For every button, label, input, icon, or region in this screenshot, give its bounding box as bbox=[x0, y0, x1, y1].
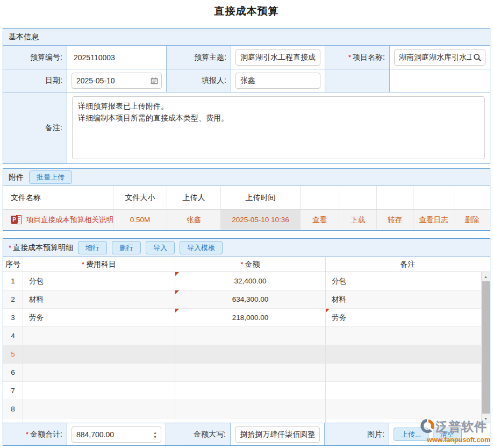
row-note[interactable] bbox=[326, 345, 490, 364]
row-note[interactable] bbox=[326, 364, 490, 382]
scroll-up-icon[interactable]: ▲ bbox=[482, 272, 490, 281]
download-link[interactable]: 下载 bbox=[351, 215, 365, 225]
row-note[interactable] bbox=[326, 400, 490, 418]
row-amount[interactable] bbox=[175, 327, 326, 345]
image-cell: 上传... 清空 bbox=[389, 423, 490, 445]
scrollbar-thumb[interactable] bbox=[482, 281, 490, 414]
row-subject[interactable]: 分包 bbox=[23, 272, 175, 290]
empty-label-cell bbox=[325, 69, 390, 93]
delete-action-cell: 删除 bbox=[454, 210, 490, 230]
delete-link[interactable]: 删除 bbox=[465, 215, 480, 225]
stepper-icons[interactable]: ▲▼ bbox=[153, 430, 157, 438]
file-size: 0.50M bbox=[113, 210, 167, 230]
required-asterisk: * bbox=[82, 260, 84, 268]
delete-row-button[interactable]: 删行 bbox=[112, 241, 141, 255]
modified-marker bbox=[175, 290, 179, 294]
basic-info-title: 基本信息 bbox=[9, 32, 39, 42]
project-input[interactable] bbox=[394, 49, 485, 66]
amount-caps-cell bbox=[231, 423, 325, 445]
save-as-link[interactable]: 转存 bbox=[388, 215, 402, 225]
row-note[interactable] bbox=[326, 418, 490, 423]
row-amount[interactable]: 634,300.00 bbox=[175, 290, 326, 309]
view-log-link[interactable]: 查看日志 bbox=[419, 215, 448, 225]
row-subject[interactable]: 劳务 bbox=[23, 309, 175, 327]
row-subject[interactable]: 材料 bbox=[23, 290, 175, 309]
vertical-scrollbar[interactable]: ▲ ▼ bbox=[481, 272, 490, 423]
table-row[interactable]: 3 劳务 218,000.00 劳务 bbox=[3, 309, 490, 327]
col-seq: 序号 bbox=[3, 257, 23, 272]
date-input[interactable] bbox=[72, 73, 162, 89]
file-name-link[interactable]: 项目直接成本预算相关说明.p bbox=[26, 215, 113, 225]
col-file-size: 文件大小 bbox=[113, 186, 167, 210]
view-link[interactable]: 查看 bbox=[312, 215, 327, 225]
import-template-button[interactable]: 导入模板 bbox=[180, 241, 223, 255]
row-seq: 2 bbox=[3, 290, 23, 309]
reporter-cell bbox=[231, 69, 325, 93]
row-subject[interactable] bbox=[23, 382, 175, 400]
totals-footer: * 金额合计: ▲▼ 金额大写: 图片: 上传... 清空 bbox=[3, 423, 490, 445]
download-action-cell: 下载 bbox=[339, 210, 377, 230]
row-seq: 6 bbox=[3, 364, 23, 382]
calendar-icon[interactable] bbox=[151, 77, 158, 84]
date-cell bbox=[67, 69, 167, 93]
row-subject[interactable] bbox=[23, 364, 175, 382]
row-subject[interactable] bbox=[23, 345, 175, 364]
subject-input[interactable] bbox=[235, 49, 320, 66]
reporter-label: 填报人: bbox=[167, 69, 231, 93]
col-note: 备注 bbox=[326, 257, 490, 272]
total-amount-input[interactable] bbox=[72, 426, 161, 443]
row-note[interactable]: 劳务 bbox=[326, 309, 490, 327]
row-seq: 4 bbox=[3, 327, 23, 345]
row-amount[interactable] bbox=[175, 345, 326, 364]
search-icon[interactable] bbox=[473, 53, 482, 62]
col-upload-time: 上传时间 bbox=[221, 186, 301, 210]
remark-textarea[interactable] bbox=[72, 96, 485, 159]
table-row[interactable]: 8 bbox=[3, 400, 490, 418]
table-row[interactable]: 1 分包 32,400.00 分包 bbox=[3, 272, 490, 290]
table-row[interactable]: 4 bbox=[3, 327, 490, 345]
amount-caps-input[interactable] bbox=[235, 426, 320, 443]
row-amount[interactable] bbox=[175, 382, 326, 400]
add-row-button[interactable]: 增行 bbox=[78, 241, 107, 255]
table-row-selected[interactable]: 5 bbox=[3, 345, 490, 364]
detail-title-wrap: *直接成本预算明细 bbox=[9, 243, 73, 253]
row-amount[interactable] bbox=[175, 364, 326, 382]
table-row[interactable]: 2 材料 634,300.00 材料 bbox=[3, 290, 490, 309]
row-subject[interactable] bbox=[23, 327, 175, 345]
ppt-file-icon: P bbox=[11, 215, 23, 225]
row-note[interactable]: 材料 bbox=[326, 290, 490, 309]
col-uploader: 上传人 bbox=[167, 186, 221, 210]
scroll-down-icon[interactable]: ▼ bbox=[482, 414, 490, 423]
row-note[interactable] bbox=[326, 327, 490, 345]
table-row[interactable]: 7 bbox=[3, 382, 490, 400]
row-amount[interactable] bbox=[175, 418, 326, 423]
file-name-cell: P 项目直接成本预算相关说明.p bbox=[3, 210, 113, 230]
batch-upload-button[interactable]: 批量上传 bbox=[29, 170, 72, 184]
row-note[interactable] bbox=[326, 382, 490, 400]
row-amount[interactable]: 218,000.00 bbox=[175, 309, 326, 327]
col-action-2 bbox=[339, 186, 377, 210]
col-file-name: 文件名称 bbox=[3, 186, 113, 210]
row-subject[interactable] bbox=[23, 418, 175, 423]
upload-image-button[interactable]: 上传... bbox=[394, 428, 428, 442]
project-label: * 项目名称: bbox=[325, 46, 390, 69]
row-seq bbox=[3, 418, 23, 423]
clear-image-button[interactable]: 清空 bbox=[433, 428, 462, 442]
reporter-input[interactable] bbox=[235, 73, 320, 89]
modified-marker bbox=[175, 272, 179, 276]
basic-info-section: 基本信息 预算编号: 2025110003 预算主题: * 项目名称: bbox=[3, 28, 490, 164]
import-button[interactable]: 导入 bbox=[146, 241, 175, 255]
row-note[interactable]: 分包 bbox=[326, 272, 490, 290]
budget-no-value: 2025110003 bbox=[67, 53, 115, 62]
row-seq: 7 bbox=[3, 382, 23, 400]
step-up-icon: ▲ bbox=[153, 430, 157, 434]
table-row[interactable]: 6 bbox=[3, 364, 490, 382]
subject-label: 预算主题: bbox=[167, 46, 231, 69]
modified-marker bbox=[326, 309, 330, 312]
row-amount[interactable] bbox=[175, 400, 326, 418]
col-amount: * 金额 bbox=[175, 257, 326, 272]
table-row[interactable] bbox=[3, 418, 490, 423]
row-amount[interactable]: 32,400.00 bbox=[175, 272, 326, 290]
row-subject[interactable] bbox=[23, 400, 175, 418]
col-action-1 bbox=[301, 186, 339, 210]
